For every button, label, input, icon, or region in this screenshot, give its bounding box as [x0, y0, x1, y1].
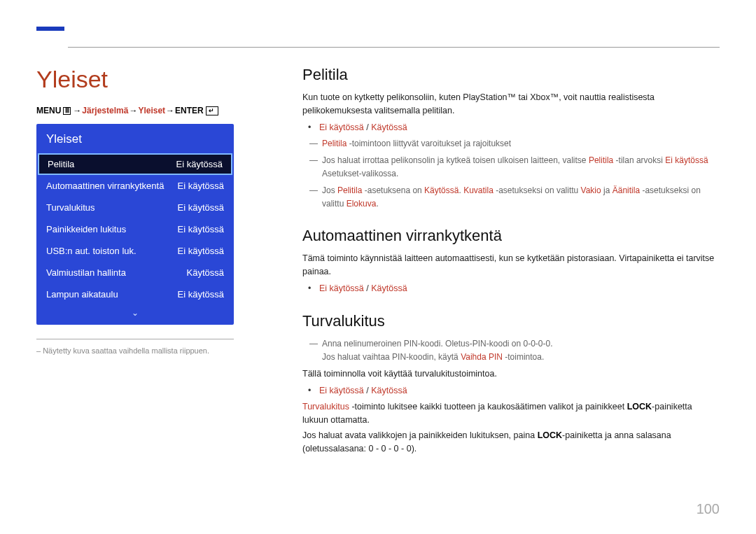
- note-text-fragment: Jos: [322, 185, 337, 195]
- breadcrumb-enter-label: ENTER: [175, 106, 204, 115]
- note-text-fragment: Anna nelinumeroinen PIN-koodi. Oletus-PI…: [322, 339, 553, 349]
- body-text: Tämä toiminto käynnistää laitteen automa…: [302, 252, 720, 279]
- option-on: Käytössä: [371, 283, 407, 293]
- section-heading-pelitila: Pelitila: [302, 66, 720, 84]
- enter-icon: [206, 106, 218, 115]
- highlight: Pelitila: [337, 185, 362, 195]
- body-text: Tällä toiminnolla voit käyttää turvaluki…: [302, 367, 720, 381]
- key-label: LOCK: [627, 402, 652, 412]
- highlight: Pelitila: [589, 155, 613, 165]
- menu-item-value: Ei käytössä: [178, 181, 224, 191]
- left-column: Yleiset MENU Ⅲ → Järjestelmä → Yleiset →…: [36, 66, 267, 458]
- right-column: Pelitila Kun tuote on kytketty pelikonso…: [302, 66, 720, 458]
- note-text-fragment: -asetuksena on: [362, 185, 424, 195]
- highlight: Äänitila: [612, 185, 640, 195]
- menu-item-usb-autoplay[interactable]: USB:n aut. toiston luk. Ei käytössä: [36, 240, 234, 262]
- breadcrumb-arrow: →: [129, 106, 137, 115]
- note-text-fragment: ja: [601, 185, 612, 195]
- option-value: Ei käytössä / Käytössä: [318, 281, 720, 295]
- highlight: Elokuva: [346, 199, 377, 209]
- menu-item-label: Lampun aikataulu: [46, 289, 118, 300]
- option-on: Käytössä: [371, 122, 407, 132]
- breadcrumb-arrow: →: [166, 106, 174, 115]
- option-slash: /: [364, 386, 371, 395]
- option-off: Ei käytössä: [319, 122, 364, 132]
- menu-item-safety-lock[interactable]: Turvalukitus Ei käytössä: [36, 197, 234, 218]
- note-text: Jos Pelitila -asetuksena on Käytössä. Ku…: [302, 184, 720, 210]
- highlight: Pelitila: [322, 139, 346, 148]
- menu-item-auto-power[interactable]: Automaattinen virrankytkentä Ei käytössä: [36, 175, 234, 197]
- chapter-title: Yleiset: [36, 66, 267, 93]
- highlight: Ei käytössä: [665, 155, 708, 165]
- menu-panel: Yleiset Pelitila Ei käytössä Automaattin…: [36, 124, 234, 325]
- menu-item-label: Pelitila: [48, 159, 74, 169]
- section-heading-autopower: Automaattinen virrankytkentä: [302, 227, 720, 245]
- highlight: Kuvatila: [463, 185, 493, 195]
- option-value: Ei käytössä / Käytössä: [318, 120, 720, 134]
- breadcrumb-arrow: →: [73, 106, 81, 115]
- menu-item-pelitila[interactable]: Pelitila Ei käytössä: [38, 153, 232, 175]
- menu-item-button-lock[interactable]: Painikkeiden lukitus Ei käytössä: [36, 218, 234, 240]
- option-value: Ei käytössä / Käytössä: [318, 384, 720, 398]
- menu-item-value: Käytössä: [187, 267, 224, 278]
- option-off: Ei käytössä: [319, 283, 364, 293]
- menu-item-value: Ei käytössä: [178, 224, 224, 234]
- header-rule: [68, 47, 720, 48]
- note-text-fragment: -tilan arvoksi: [613, 155, 665, 165]
- note-text-fragment: -asetukseksi on valittu: [493, 185, 581, 195]
- note-text-fragment: Jos haluat irrottaa pelikonsolin ja kytk…: [322, 155, 589, 165]
- option-slash: /: [364, 122, 371, 132]
- note-text-fragment: Jos haluat vaihtaa PIN-koodin, käytä: [322, 352, 461, 362]
- menu-item-label: Valmiustilan hallinta: [46, 267, 126, 278]
- key-label: LOCK: [538, 430, 562, 440]
- highlight: Vakio: [581, 185, 601, 195]
- note-text-fragment: .: [376, 199, 378, 209]
- breadcrumb: MENU Ⅲ → Järjestelmä → Yleiset → ENTER: [36, 106, 267, 115]
- section-heading-safetylock: Turvalukitus: [302, 312, 720, 330]
- breadcrumb-seg1: Järjestelmä: [82, 106, 128, 115]
- menu-item-label: USB:n aut. toiston luk.: [46, 246, 136, 256]
- menu-item-label: Automaattinen virrankytkentä: [46, 181, 164, 191]
- caption-rule: [36, 339, 234, 339]
- body-text: Kun tuote on kytketty pelikonsoliin, kut…: [302, 91, 720, 118]
- chevron-down-icon[interactable]: ⌄: [36, 305, 234, 325]
- body-text-fragment: -toiminto lukitsee kaikki tuotteen ja ka…: [349, 402, 627, 412]
- option-off: Ei käytössä: [319, 386, 364, 395]
- note-text: Anna nelinumeroinen PIN-koodi. Oletus-PI…: [302, 337, 720, 363]
- menu-item-value: Ei käytössä: [178, 246, 224, 256]
- breadcrumb-seg2: Yleiset: [138, 106, 165, 115]
- option-on: Käytössä: [371, 386, 407, 395]
- menu-title: Yleiset: [36, 124, 234, 153]
- body-text-fragment: Jos haluat avata valikkojen ja painikkei…: [302, 430, 538, 440]
- note-text-fragment: Asetukset-valikossa.: [322, 169, 398, 178]
- body-text: Turvalukitus -toiminto lukitsee kaikki t…: [302, 400, 720, 427]
- accent-bar: [36, 27, 64, 31]
- menu-item-label: Turvalukitus: [46, 202, 95, 213]
- note-text-fragment: -toimintoa.: [503, 352, 544, 362]
- highlight: Käytössä: [424, 185, 458, 195]
- menu-item-standby[interactable]: Valmiustilan hallinta Käytössä: [36, 262, 234, 283]
- page-number: 100: [696, 501, 720, 517]
- note-text-fragment: -toimintoon liittyvät varoitukset ja raj…: [346, 139, 511, 148]
- highlight: Turvalukitus: [302, 402, 349, 412]
- body-text: Jos haluat avata valikkojen ja painikkei…: [302, 429, 720, 456]
- option-slash: /: [364, 283, 371, 293]
- panel-caption: – Näytetty kuva saattaa vaihdella mallis…: [36, 346, 234, 355]
- menu-item-value: Ei käytössä: [178, 202, 224, 213]
- note-text: Pelitila -toimintoon liittyvät varoituks…: [302, 137, 720, 150]
- menu-icon: Ⅲ: [63, 107, 71, 115]
- breadcrumb-menu-label: MENU: [36, 106, 61, 115]
- note-text: Jos haluat irrottaa pelikonsolin ja kytk…: [302, 154, 720, 180]
- menu-item-lamp-schedule[interactable]: Lampun aikataulu Ei käytössä: [36, 283, 234, 305]
- menu-item-value: Ei käytössä: [178, 289, 224, 300]
- highlight: Vaihda PIN: [461, 352, 503, 362]
- menu-item-label: Painikkeiden lukitus: [46, 224, 126, 234]
- menu-item-value: Ei käytössä: [176, 159, 223, 169]
